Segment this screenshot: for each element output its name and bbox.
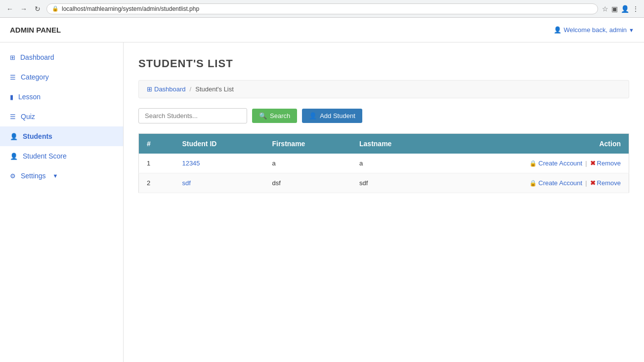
col-firstname: Firstname (264, 134, 351, 154)
remove-label: Remove (597, 160, 621, 167)
breadcrumb-separator: / (190, 85, 192, 93)
student-score-icon: 👤 (10, 153, 18, 160)
student-id-link[interactable]: 12345 (182, 160, 200, 167)
create-account-label: Create Account (538, 179, 582, 187)
lock-icon: 🔒 (529, 180, 537, 187)
reload-button[interactable]: ↻ (33, 4, 43, 14)
lock-icon: 🔒 (52, 5, 59, 12)
page-title: STUDENT'S LIST (138, 57, 629, 70)
add-student-button[interactable]: 👤 Add Student (302, 109, 362, 123)
sidebar-item-category[interactable]: ☰ Category (0, 67, 123, 87)
sidebar-item-settings[interactable]: ⚙ Settings ▼ (0, 166, 123, 186)
remove-link[interactable]: ✖ Remove (590, 160, 621, 167)
dashboard-icon: ⊞ (10, 54, 15, 61)
search-button[interactable]: 🔍 Search (252, 109, 297, 123)
toolbar: 🔍 Search 👤 Add Student (138, 108, 629, 123)
student-id-link[interactable]: sdf (182, 179, 190, 187)
star-button[interactable]: ☆ (602, 5, 608, 13)
settings-icon: ⚙ (10, 172, 16, 180)
sidebar-item-students[interactable]: 👤 Students (0, 126, 123, 146)
profile-button[interactable]: 👤 (621, 5, 629, 13)
menu-button[interactable]: ⋮ (632, 5, 639, 13)
col-lastname: Lastname (351, 134, 437, 154)
lock-icon: 🔒 (529, 160, 537, 167)
remove-link[interactable]: ✖ Remove (590, 179, 621, 187)
sidebar: ⊞ Dashboard ☰ Category ▮ Lesson ☰ Quiz 👤… (0, 42, 124, 362)
browser-chrome: ← → ↻ 🔒 localhost/mathlearning/system/ad… (0, 0, 644, 18)
students-table: # Student ID Firstname Lastname Action 1… (138, 133, 629, 193)
create-account-link[interactable]: 🔒 Create Account (529, 179, 582, 187)
cell-action: 🔒 Create Account | ✖ Remove (437, 173, 629, 193)
col-student-id: Student ID (174, 134, 264, 154)
action-separator: | (585, 179, 587, 187)
quiz-icon: ☰ (10, 113, 16, 121)
sidebar-item-dashboard[interactable]: ⊞ Dashboard (0, 47, 123, 67)
cell-action: 🔒 Create Account | ✖ Remove (437, 154, 629, 173)
search-button-label: Search (270, 112, 290, 120)
sidebar-item-label: Students (23, 132, 52, 140)
x-icon: ✖ (590, 179, 596, 187)
remove-label: Remove (597, 179, 621, 187)
breadcrumb: ⊞ Dashboard / Student's List (138, 80, 629, 98)
cell-firstname: dsf (264, 173, 351, 193)
sidebar-item-label: Lesson (18, 93, 41, 101)
students-icon: 👤 (10, 133, 18, 140)
search-input[interactable] (138, 108, 247, 123)
add-student-icon: 👤 (309, 112, 317, 120)
x-icon: ✖ (590, 160, 596, 167)
table-row: 1 12345 a a 🔒 Create Account | ✖ Remove (139, 154, 629, 173)
cell-student-id: sdf (174, 173, 264, 193)
sidebar-item-quiz[interactable]: ☰ Quiz (0, 107, 123, 126)
url-text: localhost/mathlearning/system/admin/stud… (62, 5, 199, 12)
sidebar-item-label: Student Score (23, 152, 67, 160)
browser-actions: ☆ ▣ 👤 ⋮ (602, 5, 639, 13)
action-cell: 🔒 Create Account | ✖ Remove (445, 160, 621, 167)
sidebar-item-label: Dashboard (20, 53, 54, 61)
action-separator: | (585, 160, 587, 167)
table-header-row: # Student ID Firstname Lastname Action (139, 134, 629, 154)
extensions-button[interactable]: ▣ (611, 5, 618, 13)
col-num: # (139, 134, 174, 154)
breadcrumb-dashboard-link[interactable]: ⊞ Dashboard (147, 85, 186, 93)
main-content: STUDENT'S LIST ⊞ Dashboard / Student's L… (124, 42, 644, 362)
sidebar-item-lesson[interactable]: ▮ Lesson (0, 87, 123, 107)
lesson-icon: ▮ (10, 93, 13, 101)
sidebar-item-label: Quiz (21, 113, 35, 121)
user-info[interactable]: 👤 Welcome back, admin ▼ (554, 26, 634, 34)
settings-dropdown-icon: ▼ (53, 173, 58, 179)
cell-num: 2 (139, 173, 174, 193)
action-cell: 🔒 Create Account | ✖ Remove (445, 179, 621, 187)
user-icon: 👤 (554, 26, 561, 34)
category-icon: ☰ (10, 74, 16, 81)
cell-lastname: a (351, 154, 437, 173)
sidebar-item-label: Category (21, 73, 49, 81)
back-button[interactable]: ← (5, 4, 15, 14)
breadcrumb-current: Student's List (195, 85, 234, 93)
sidebar-item-label: Settings (21, 172, 46, 180)
create-account-link[interactable]: 🔒 Create Account (529, 160, 582, 167)
forward-button[interactable]: → (19, 4, 29, 14)
app-title: ADMIN PANEL (10, 26, 61, 34)
dropdown-arrow-icon: ▼ (629, 27, 634, 33)
cell-firstname: a (264, 154, 351, 173)
create-account-label: Create Account (538, 160, 582, 167)
add-student-label: Add Student (320, 112, 355, 120)
sidebar-item-student-score[interactable]: 👤 Student Score (0, 146, 123, 166)
url-bar: 🔒 localhost/mathlearning/system/admin/st… (46, 3, 598, 14)
main-area: ⊞ Dashboard ☰ Category ▮ Lesson ☰ Quiz 👤… (0, 42, 644, 362)
app-wrapper: ADMIN PANEL 👤 Welcome back, admin ▼ ⊞ Da… (0, 18, 644, 362)
breadcrumb-dashboard-label: Dashboard (154, 85, 186, 93)
table-row: 2 sdf dsf sdf 🔒 Create Account | ✖ Remov… (139, 173, 629, 193)
breadcrumb-dashboard-icon: ⊞ (147, 85, 152, 93)
cell-student-id: 12345 (174, 154, 264, 173)
user-greeting: Welcome back, admin (563, 26, 627, 34)
col-action: Action (437, 134, 629, 154)
cell-num: 1 (139, 154, 174, 173)
search-icon: 🔍 (259, 112, 267, 120)
top-header: ADMIN PANEL 👤 Welcome back, admin ▼ (0, 18, 644, 42)
cell-lastname: sdf (351, 173, 437, 193)
